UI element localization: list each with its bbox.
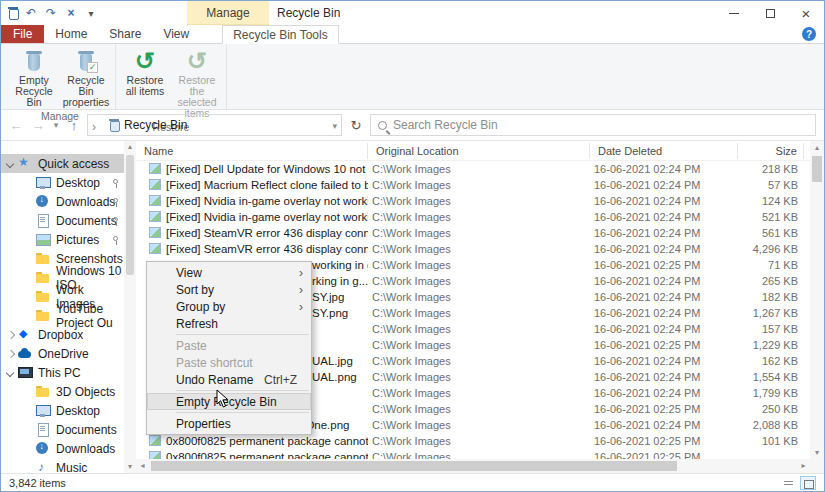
pc-icon <box>17 366 33 380</box>
cell-size: 1,799 KB <box>738 385 804 401</box>
vertical-scrollbar[interactable] <box>810 141 824 459</box>
expander-right-icon[interactable] <box>5 330 17 340</box>
breadcrumb[interactable]: Recycle Bin <box>124 118 327 132</box>
redo-icon[interactable] <box>44 6 58 20</box>
sidebar-item-downloads[interactable]: Downloads <box>1 439 124 458</box>
column-header-size[interactable]: Size <box>738 143 804 159</box>
cell-size: 124 KB <box>738 193 804 209</box>
sidebar-item-documents[interactable]: Documents <box>1 420 124 439</box>
sidebar-item-onedrive[interactable]: OneDrive <box>1 344 124 363</box>
expander-down-icon[interactable] <box>5 368 17 378</box>
sidebar-item-quick-access[interactable]: Quick access <box>1 154 124 173</box>
tab-recycle-bin-tools[interactable]: Recycle Bin Tools <box>222 25 339 44</box>
help-icon[interactable] <box>802 27 816 41</box>
tab-share[interactable]: Share <box>98 25 152 43</box>
star-icon <box>17 157 33 171</box>
cell-size: 1,229 KB <box>738 337 804 353</box>
file-row[interactable]: [Fixed] Nvidia in-game overlay not worki… <box>136 209 824 225</box>
sidebar-item-desktop[interactable]: Desktop <box>1 401 124 420</box>
pin-icon <box>113 236 118 241</box>
menu-item-properties[interactable]: Properties <box>147 415 311 432</box>
menu-item-sort-by[interactable]: Sort by <box>147 281 311 298</box>
sidebar-item-label: Quick access <box>38 157 109 171</box>
file-row[interactable]: [Fixed] SteamVR error 436 display connec… <box>136 225 824 241</box>
scroll-down-icon[interactable] <box>124 461 136 473</box>
sidebar-scrollbar[interactable] <box>124 141 136 473</box>
contextual-tab-header: Manage <box>187 1 269 25</box>
cell-size: 182 KB <box>738 289 804 305</box>
column-header-date-deleted[interactable]: Date Deleted <box>590 143 738 159</box>
ribbon-button-label: Restore the selected items <box>172 75 222 119</box>
file-row[interactable]: [Fixed] Nvidia in-game overlay not worki… <box>136 193 824 209</box>
up-button[interactable] <box>65 118 83 133</box>
scrollbar-thumb[interactable] <box>812 156 822 182</box>
cell-date-deleted: 16-06-2021 02:25 PM <box>590 433 738 449</box>
file-row[interactable]: [Fixed] Dell Update for Windows 10 not w… <box>136 161 824 177</box>
file-name: [Fixed] SteamVR error 436 display connec… <box>166 227 368 239</box>
horizontal-scrollbar[interactable] <box>136 459 810 473</box>
thumbnails-view-icon[interactable] <box>800 476 816 490</box>
chevron-right-icon <box>92 120 104 130</box>
file-row[interactable]: [Fixed] SteamVR error 436 display connec… <box>136 241 824 257</box>
delete-icon[interactable] <box>64 6 78 20</box>
pictures-icon <box>35 233 51 247</box>
tab-view[interactable]: View <box>152 25 200 43</box>
menu-item-group-by[interactable]: Group by <box>147 298 311 315</box>
maximize-button[interactable] <box>752 1 788 25</box>
close-button[interactable] <box>788 1 824 25</box>
scrollbar-thumb[interactable] <box>151 461 677 471</box>
menu-item-paste: Paste <box>147 337 311 354</box>
menu-item-view[interactable]: View <box>147 264 311 281</box>
scroll-up-icon[interactable] <box>810 141 824 154</box>
history-dropdown-icon[interactable] <box>51 120 61 130</box>
empty-recycle-bin-button[interactable]: Empty Recycle Bin <box>8 46 60 109</box>
search-box[interactable]: Search Recycle Bin <box>370 114 816 136</box>
ribbon-tab-strip: HomeShareView <box>44 25 200 43</box>
menu-item-label: Undo Rename <box>176 373 264 387</box>
menu-item-label: Paste <box>176 339 303 353</box>
desktop-icon <box>35 176 51 190</box>
address-dropdown-icon[interactable] <box>332 118 337 132</box>
tab-file[interactable]: File <box>1 25 44 43</box>
scroll-up-icon[interactable] <box>124 141 136 153</box>
scroll-right-icon[interactable] <box>797 459 810 473</box>
scrollbar-thumb[interactable] <box>126 155 134 275</box>
scroll-down-icon[interactable] <box>810 446 824 459</box>
sidebar-item-this-pc[interactable]: This PC <box>1 363 124 382</box>
image-file-icon <box>149 195 161 206</box>
sidebar-item-documents[interactable]: Documents <box>1 211 124 230</box>
file-row[interactable]: [Fixed] Macrium Reflect clone failed to … <box>136 177 824 193</box>
cell-original-location: C:\Work Images <box>368 417 590 433</box>
sidebar-item-music[interactable]: Music <box>1 458 124 473</box>
bin-properties-icon <box>73 48 99 74</box>
menu-shortcut: Ctrl+Z <box>264 373 297 387</box>
toolbar-dropdown-icon[interactable] <box>84 6 98 20</box>
sidebar-item-label: Downloads <box>56 195 115 209</box>
menu-item-undo-rename[interactable]: Undo RenameCtrl+Z <box>147 371 311 388</box>
expander-spacer <box>23 444 35 454</box>
file-row[interactable]: 0x800f0825 permanent package cannot be u… <box>136 433 824 449</box>
cell-size: 1,267 KB <box>738 305 804 321</box>
address-bar[interactable]: Recycle Bin <box>87 114 342 136</box>
cell-date-deleted: 16-06-2021 02:24 PM <box>590 417 738 433</box>
menu-item-refresh[interactable]: Refresh <box>147 315 311 332</box>
sidebar-item-downloads[interactable]: Downloads <box>1 192 124 211</box>
sidebar-item-youtube-project-ou[interactable]: YouTube Project Ou <box>1 306 124 325</box>
recycle-bin-properties-button[interactable]: Recycle Bin properties <box>60 46 112 109</box>
expander-down-icon[interactable] <box>5 159 17 169</box>
restore-all-items-button[interactable]: Restore all items <box>119 46 171 98</box>
scroll-left-icon[interactable] <box>136 459 149 473</box>
column-header-name[interactable]: Name <box>136 143 368 159</box>
sidebar-item-dropbox[interactable]: Dropbox <box>1 325 124 344</box>
tab-home[interactable]: Home <box>44 25 98 43</box>
sidebar-item-3d-objects[interactable]: 3D Objects <box>1 382 124 401</box>
minimize-button[interactable] <box>716 1 752 25</box>
sidebar-item-pictures[interactable]: Pictures <box>1 230 124 249</box>
undo-icon[interactable] <box>24 6 38 20</box>
details-view-icon[interactable] <box>780 476 796 490</box>
refresh-icon[interactable] <box>346 118 366 133</box>
back-button <box>7 118 25 133</box>
column-header-original-location[interactable]: Original Location <box>368 143 590 159</box>
expander-right-icon[interactable] <box>5 349 17 359</box>
sidebar-item-desktop[interactable]: Desktop <box>1 173 124 192</box>
